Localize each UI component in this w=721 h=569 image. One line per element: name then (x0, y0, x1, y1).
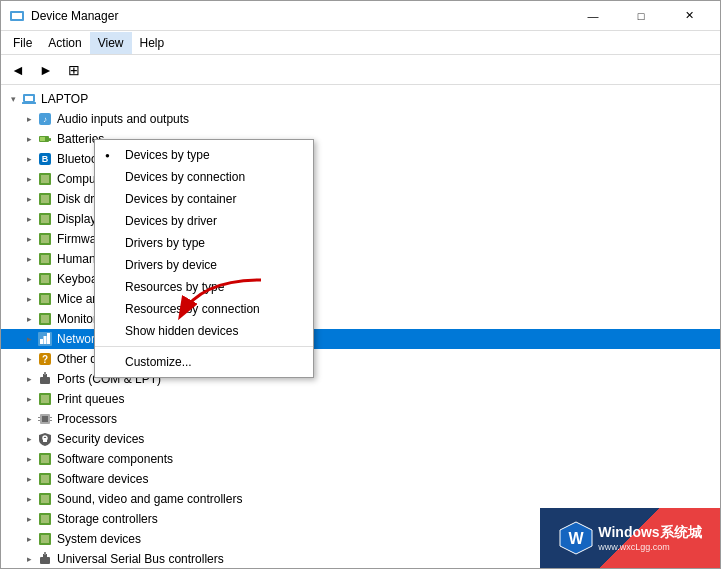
menu-view[interactable]: View (90, 32, 132, 54)
tree-item-icon: B (37, 151, 53, 167)
svg-rect-4 (22, 102, 36, 104)
svg-rect-25 (41, 295, 49, 303)
svg-text:B: B (42, 154, 49, 164)
tree-expander[interactable]: ▸ (21, 131, 37, 147)
back-button[interactable]: ◄ (5, 58, 31, 82)
svg-rect-57 (40, 557, 50, 564)
tree-item-security[interactable]: ▸Security devices (1, 429, 720, 449)
tree-expander[interactable]: ▸ (21, 171, 37, 187)
tree-item-label: Software components (57, 452, 173, 466)
tree-item-print[interactable]: ▸Print queues (1, 389, 720, 409)
view-menu-item-drivers-by-device[interactable]: Drivers by device (95, 254, 313, 276)
svg-rect-40 (42, 416, 48, 422)
tree-item-icon (37, 311, 53, 327)
svg-rect-31 (47, 333, 50, 344)
svg-rect-9 (40, 137, 45, 141)
view-menu-item-drivers-by-type[interactable]: Drivers by type (95, 232, 313, 254)
tree-item-icon (37, 331, 53, 347)
view-menu-item-devices-by-container[interactable]: Devices by container (95, 188, 313, 210)
svg-rect-36 (44, 372, 46, 375)
tree-item-icon (37, 551, 53, 567)
tree-item-laptop[interactable]: ▾LAPTOP (1, 89, 720, 109)
svg-rect-41 (38, 417, 40, 418)
view-dropdown-menu[interactable]: Devices by typeDevices by connectionDevi… (94, 139, 314, 378)
tree-item-processors[interactable]: ▸Processors (1, 409, 720, 429)
view-menu-item-resources-by-type[interactable]: Resources by type (95, 276, 313, 298)
svg-rect-27 (41, 315, 49, 323)
svg-rect-34 (40, 377, 50, 384)
view-menu-item-devices-by-connection[interactable]: Devices by connection (95, 166, 313, 188)
tree-item-label: Print queues (57, 392, 124, 406)
window-title: Device Manager (31, 9, 570, 23)
view-menu-item-devices-by-driver[interactable]: Devices by driver (95, 210, 313, 232)
properties-button[interactable]: ⊞ (61, 58, 87, 82)
toolbar: ◄ ► ⊞ (1, 55, 720, 85)
tree-item-label: Software devices (57, 472, 148, 486)
tree-expander[interactable]: ▸ (21, 351, 37, 367)
tree-expander[interactable]: ▸ (21, 311, 37, 327)
tree-expander[interactable]: ▸ (21, 471, 37, 487)
svg-rect-38 (41, 395, 49, 403)
tree-expander[interactable]: ▸ (21, 491, 37, 507)
window-controls: — □ ✕ (570, 2, 712, 30)
view-menu-item-devices-by-type[interactable]: Devices by type (95, 144, 313, 166)
tree-expander[interactable]: ▸ (21, 511, 37, 527)
tree-item-sound[interactable]: ▸Sound, video and game controllers (1, 489, 720, 509)
tree-expander[interactable]: ▸ (21, 211, 37, 227)
svg-rect-43 (50, 417, 52, 418)
tree-expander[interactable]: ▸ (21, 111, 37, 127)
view-menu-item-show-hidden-devices[interactable]: Show hidden devices (95, 320, 313, 342)
tree-expander[interactable]: ▾ (5, 91, 21, 107)
tree-item-software-devices[interactable]: ▸Software devices (1, 469, 720, 489)
svg-text:♪: ♪ (43, 115, 47, 124)
tree-expander[interactable]: ▸ (21, 391, 37, 407)
tree-expander[interactable]: ▸ (21, 551, 37, 567)
tree-item-icon (37, 251, 53, 267)
maximize-button[interactable]: □ (618, 2, 664, 30)
tree-expander[interactable]: ▸ (21, 451, 37, 467)
tree-item-icon (37, 411, 53, 427)
tree-expander[interactable]: ▸ (21, 371, 37, 387)
tree-item-software-components[interactable]: ▸Software components (1, 449, 720, 469)
menu-action[interactable]: Action (40, 32, 89, 54)
menu-file[interactable]: File (5, 32, 40, 54)
svg-rect-59 (44, 552, 46, 555)
tree-expander[interactable]: ▸ (21, 191, 37, 207)
watermark: W Windows系统城 www.wxcLgg.com (540, 508, 720, 568)
tree-expander[interactable]: ▸ (21, 411, 37, 427)
title-bar: Device Manager — □ ✕ (1, 1, 720, 31)
svg-rect-15 (41, 195, 49, 203)
tree-expander[interactable]: ▸ (21, 291, 37, 307)
tree-item-icon: ? (37, 351, 53, 367)
tree-item-label: Security devices (57, 432, 144, 446)
view-menu-item-customize[interactable]: Customize... (95, 351, 313, 373)
menu-help[interactable]: Help (132, 32, 173, 54)
tree-item-icon (37, 211, 53, 227)
svg-text:?: ? (42, 354, 48, 365)
tree-item-icon (37, 291, 53, 307)
svg-rect-44 (50, 420, 52, 421)
minimize-button[interactable]: — (570, 2, 616, 30)
tree-expander[interactable]: ▸ (21, 151, 37, 167)
tree-item-label: Universal Serial Bus controllers (57, 552, 224, 566)
svg-rect-8 (49, 138, 51, 141)
main-content: ▾LAPTOP▸♪Audio inputs and outputs▸Batter… (1, 85, 720, 568)
tree-item-icon (37, 491, 53, 507)
forward-button[interactable]: ► (33, 58, 59, 82)
svg-rect-21 (41, 255, 49, 263)
device-manager-window: Device Manager — □ ✕ File Action View He… (0, 0, 721, 569)
tree-item-icon (37, 271, 53, 287)
tree-expander[interactable]: ▸ (21, 431, 37, 447)
tree-expander[interactable]: ▸ (21, 251, 37, 267)
close-button[interactable]: ✕ (666, 2, 712, 30)
tree-expander[interactable]: ▸ (21, 531, 37, 547)
tree-item-icon (37, 371, 53, 387)
tree-item-audio[interactable]: ▸♪Audio inputs and outputs (1, 109, 720, 129)
tree-expander[interactable]: ▸ (21, 331, 37, 347)
tree-expander[interactable]: ▸ (21, 231, 37, 247)
tree-item-icon (37, 451, 53, 467)
view-menu-item-resources-by-connection[interactable]: Resources by connection (95, 298, 313, 320)
svg-rect-29 (40, 339, 43, 344)
tree-expander[interactable]: ▸ (21, 271, 37, 287)
svg-rect-23 (41, 275, 49, 283)
